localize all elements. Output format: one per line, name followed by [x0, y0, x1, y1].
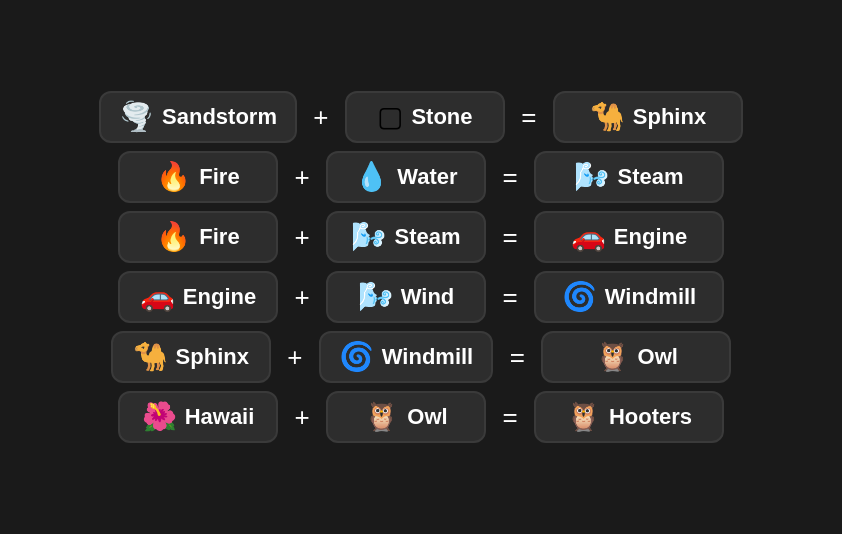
- result-label-1: Steam: [617, 164, 683, 190]
- equals-operator-0: =: [517, 102, 541, 133]
- result-emoji-4: 🦉: [595, 343, 630, 371]
- input1-label-5: Hawaii: [185, 404, 255, 430]
- input1-emoji-1: 🔥: [156, 163, 191, 191]
- input1-box-2[interactable]: 🔥Fire: [118, 211, 278, 263]
- result-box-3[interactable]: 🌀Windmill: [534, 271, 724, 323]
- equals-operator-3: =: [498, 282, 522, 313]
- input2-box-4[interactable]: 🌀Windmill: [319, 331, 493, 383]
- combination-row-1: 🔥Fire+💧Water=🌬️Steam: [10, 151, 832, 203]
- result-box-5[interactable]: 🦉Hooters: [534, 391, 724, 443]
- combination-row-4: 🐪Sphinx+🌀Windmill=🦉Owl: [10, 331, 832, 383]
- result-label-2: Engine: [614, 224, 687, 250]
- result-label-0: Sphinx: [633, 104, 706, 130]
- result-emoji-1: 🌬️: [574, 163, 609, 191]
- input1-box-4[interactable]: 🐪Sphinx: [111, 331, 271, 383]
- input2-emoji-2: 🌬️: [351, 223, 386, 251]
- equals-operator-5: =: [498, 402, 522, 433]
- input1-box-3[interactable]: 🚗Engine: [118, 271, 278, 323]
- input2-box-0[interactable]: ▢Stone: [345, 91, 505, 143]
- input2-emoji-5: 🦉: [364, 403, 399, 431]
- plus-operator-4: +: [283, 342, 307, 373]
- input1-emoji-5: 🌺: [142, 403, 177, 431]
- combination-row-3: 🚗Engine+🌬️Wind=🌀Windmill: [10, 271, 832, 323]
- input2-emoji-1: 💧: [354, 163, 389, 191]
- combination-row-5: 🌺Hawaii+🦉Owl=🦉Hooters: [10, 391, 832, 443]
- input1-box-5[interactable]: 🌺Hawaii: [118, 391, 278, 443]
- input1-label-3: Engine: [183, 284, 256, 310]
- input2-emoji-4: 🌀: [339, 343, 374, 371]
- input2-label-1: Water: [397, 164, 457, 190]
- input2-emoji-3: 🌬️: [358, 283, 393, 311]
- plus-operator-0: +: [309, 102, 333, 133]
- input2-box-2[interactable]: 🌬️Steam: [326, 211, 486, 263]
- plus-operator-5: +: [290, 402, 314, 433]
- input2-label-2: Steam: [394, 224, 460, 250]
- input2-label-4: Windmill: [382, 344, 473, 370]
- result-box-2[interactable]: 🚗Engine: [534, 211, 724, 263]
- combination-grid: 🌪️Sandstorm+▢Stone=🐪Sphinx🔥Fire+💧Water=🌬…: [10, 91, 832, 443]
- input1-label-4: Sphinx: [176, 344, 249, 370]
- plus-operator-2: +: [290, 222, 314, 253]
- result-label-5: Hooters: [609, 404, 692, 430]
- input2-label-3: Wind: [401, 284, 455, 310]
- input2-box-1[interactable]: 💧Water: [326, 151, 486, 203]
- plus-operator-1: +: [290, 162, 314, 193]
- result-emoji-2: 🚗: [571, 223, 606, 251]
- input1-box-0[interactable]: 🌪️Sandstorm: [99, 91, 297, 143]
- result-emoji-0: 🐪: [590, 103, 625, 131]
- input2-label-0: Stone: [411, 104, 472, 130]
- plus-operator-3: +: [290, 282, 314, 313]
- input2-box-5[interactable]: 🦉Owl: [326, 391, 486, 443]
- result-label-3: Windmill: [605, 284, 696, 310]
- equals-operator-1: =: [498, 162, 522, 193]
- result-box-4[interactable]: 🦉Owl: [541, 331, 731, 383]
- input1-emoji-3: 🚗: [140, 283, 175, 311]
- input1-emoji-4: 🐪: [133, 343, 168, 371]
- result-label-4: Owl: [638, 344, 678, 370]
- result-emoji-5: 🦉: [566, 403, 601, 431]
- combination-row-0: 🌪️Sandstorm+▢Stone=🐪Sphinx: [10, 91, 832, 143]
- input1-box-1[interactable]: 🔥Fire: [118, 151, 278, 203]
- result-emoji-3: 🌀: [562, 283, 597, 311]
- input1-label-2: Fire: [199, 224, 239, 250]
- input1-emoji-0: 🌪️: [119, 103, 154, 131]
- equals-operator-2: =: [498, 222, 522, 253]
- input2-box-3[interactable]: 🌬️Wind: [326, 271, 486, 323]
- combination-row-2: 🔥Fire+🌬️Steam=🚗Engine: [10, 211, 832, 263]
- result-box-0[interactable]: 🐪Sphinx: [553, 91, 743, 143]
- input2-emoji-0: ▢: [377, 103, 403, 131]
- equals-operator-4: =: [505, 342, 529, 373]
- input1-label-0: Sandstorm: [162, 104, 277, 130]
- input1-label-1: Fire: [199, 164, 239, 190]
- result-box-1[interactable]: 🌬️Steam: [534, 151, 724, 203]
- input1-emoji-2: 🔥: [156, 223, 191, 251]
- input2-label-5: Owl: [407, 404, 447, 430]
